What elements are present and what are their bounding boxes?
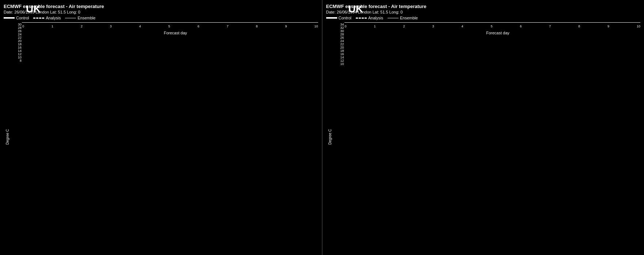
right-chart-legend: Control Analysis Ensemble — [326, 16, 641, 20]
left-x-tick-10: 10 — [314, 24, 318, 28]
right-uk-label: UK — [348, 3, 363, 15]
left-y-axis-label: Degree C — [4, 22, 11, 251]
right-chart-title: ECMWF ensemble forecast - Air temperatur… — [326, 4, 641, 9]
right-chart-panel: ECMWF ensemble forecast - Air temperatur… — [322, 0, 644, 255]
left-chart-subtitle: Date: 26/06/1995 London Lat: 51.5 Long: … — [4, 10, 318, 14]
left-uk-label: UK — [26, 3, 41, 15]
left-x-tick-7: 7 — [227, 24, 229, 28]
right-x-tick-0: 0 — [345, 24, 347, 28]
left-x-tick-3: 3 — [110, 24, 112, 28]
right-control-label: Control — [339, 16, 351, 20]
right-analysis-label: Analysis — [368, 16, 383, 20]
left-x-tick-2: 2 — [81, 24, 83, 28]
right-chart-inner: 34 32 30 28 26 24 22 20 18 16 14 12 10 — [344, 22, 641, 23]
legend-item-ensemble: Ensemble — [65, 16, 95, 20]
ensemble-label: Ensemble — [77, 16, 95, 20]
right-y-tick-10: 10 — [334, 62, 344, 66]
right-legend-item-ensemble: Ensemble — [388, 16, 418, 20]
legend-item-control: Control — [4, 16, 29, 20]
left-x-tick-0: 0 — [22, 24, 24, 28]
main-container: ECMWF ensemble forecast - Air temperatur… — [0, 0, 644, 255]
right-x-tick-8: 8 — [578, 24, 580, 28]
left-chart-inner: 30 28 26 24 22 20 18 16 14 12 10 8 — [22, 22, 318, 23]
left-chart-area: Degree C 30 28 26 24 22 20 18 16 14 12 — [4, 22, 318, 251]
right-x-tick-5: 5 — [491, 24, 492, 28]
right-x-tick-9: 9 — [607, 24, 609, 28]
ensemble-line-icon — [65, 18, 76, 18]
right-x-tick-3: 3 — [432, 24, 434, 28]
right-analysis-line-icon — [356, 18, 367, 19]
right-x-axis-label: Forecast day — [355, 31, 641, 35]
legend-item-analysis: Analysis — [33, 16, 61, 20]
left-x-axis-label: Forecast day — [33, 31, 318, 35]
control-line-icon — [4, 17, 15, 19]
right-x-tick-2: 2 — [403, 24, 405, 28]
left-y-tick-8: 8 — [11, 59, 22, 62]
right-y-axis-label: Degree C — [326, 22, 334, 251]
control-label: Control — [16, 16, 29, 20]
left-x-tick-5: 5 — [168, 24, 170, 28]
left-chart-panel: ECMWF ensemble forecast - Air temperatur… — [0, 0, 322, 255]
left-x-tick-1: 1 — [52, 24, 53, 28]
left-x-tick-8: 8 — [256, 24, 258, 28]
right-x-tick-7: 7 — [549, 24, 551, 28]
right-chart-subtitle: Date: 26/06/1994 London Lat: 51.5 Long: … — [326, 10, 641, 14]
right-x-tick-10: 10 — [637, 24, 640, 28]
right-legend-item-control: Control — [326, 16, 351, 20]
right-ensemble-label: Ensemble — [400, 16, 418, 20]
analysis-label: Analysis — [46, 16, 61, 20]
right-control-line-icon — [326, 17, 337, 19]
right-x-tick-6: 6 — [520, 24, 522, 28]
left-chart-legend: Control Analysis Ensemble — [4, 16, 318, 20]
right-chart-area: Degree C 34 32 30 28 26 24 22 20 18 16 — [326, 22, 641, 251]
left-x-tick-4: 4 — [139, 24, 141, 28]
right-x-tick-4: 4 — [461, 24, 463, 28]
left-x-tick-9: 9 — [285, 24, 287, 28]
left-chart-title: ECMWF ensemble forecast - Air temperatur… — [4, 4, 318, 9]
right-x-tick-1: 1 — [374, 24, 376, 28]
analysis-line-icon — [33, 18, 44, 19]
left-x-tick-6: 6 — [198, 24, 199, 28]
right-legend-item-analysis: Analysis — [356, 16, 383, 20]
right-ensemble-line-icon — [388, 18, 399, 18]
